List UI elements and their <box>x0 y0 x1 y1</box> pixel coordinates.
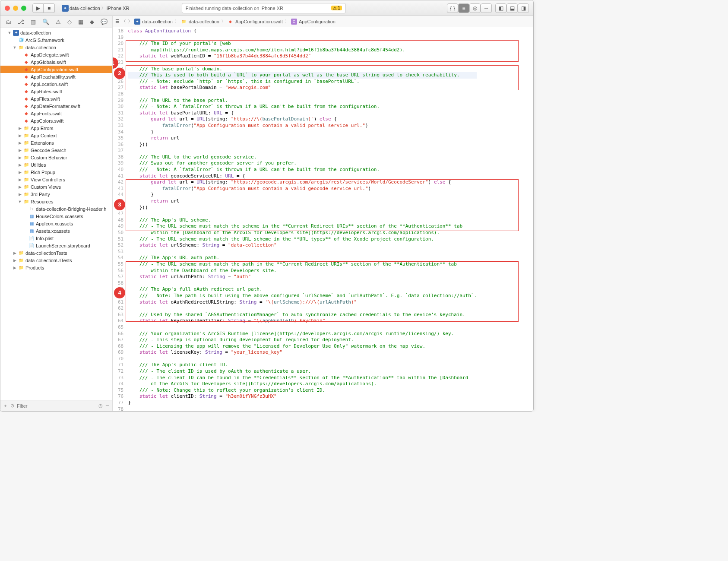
jb-project[interactable]: data-collection <box>142 19 173 24</box>
window-controls <box>5 6 26 11</box>
standard-editor-button[interactable]: ≡ <box>458 3 469 13</box>
xcode-window: ▶ ■ ✦ data-collection 〉 iPhone XR Finish… <box>0 0 534 412</box>
close-icon[interactable] <box>5 6 10 11</box>
symbol-navigator-icon[interactable]: ▥ <box>31 19 36 25</box>
filter-icon: ⊙ <box>10 403 14 409</box>
tree-item[interactable]: ▶📁Geocode Search <box>0 146 112 154</box>
tree-item[interactable]: ▶📁Custom Behavior <box>0 154 112 161</box>
scheme-name: data-collection <box>70 6 100 11</box>
jump-bar[interactable]: ☰ 〈 〉 ✦ data-collection〉 📁 data-collecti… <box>113 16 533 27</box>
assistant-editor-button[interactable]: ◎ <box>469 3 481 13</box>
tree-item[interactable]: ◆AppFiles.swift <box>0 95 112 102</box>
tree-item[interactable]: ▶📁data-collectionTests <box>0 249 112 257</box>
tree-item[interactable]: ▶📁Rich Popup <box>0 168 112 176</box>
zoom-icon[interactable] <box>21 6 26 11</box>
tree-item[interactable]: ▶📁View Controllers <box>0 176 112 183</box>
scheme-selector[interactable]: ✦ data-collection 〉 iPhone XR <box>62 5 130 12</box>
recent-filter-icon[interactable]: ◷ <box>98 403 103 409</box>
tree-item[interactable]: ◆AppDateFormatter.swift <box>0 102 112 110</box>
line-gutter: 1819202122232425262728293031323334353637… <box>113 27 126 411</box>
filter-input[interactable] <box>17 403 96 409</box>
run-button[interactable]: ▶ <box>32 3 44 13</box>
run-stop-group: ▶ ■ <box>32 3 55 13</box>
scm-filter-icon[interactable]: ☰ <box>105 403 110 409</box>
tree-item[interactable]: ◆AppColors.swift <box>0 117 112 124</box>
breakpoint-navigator-icon[interactable]: ◆ <box>90 19 94 25</box>
report-navigator-icon[interactable]: 💬 <box>101 19 108 25</box>
debug-navigator-icon[interactable]: ▦ <box>78 19 83 25</box>
tree-item[interactable]: ◆AppLocation.swift <box>0 80 112 88</box>
tree-item[interactable]: 📄LaunchScreen.storyboard <box>0 242 112 249</box>
tree-item[interactable]: ◆AppDelegate.swift <box>0 51 112 58</box>
minimize-icon[interactable] <box>13 6 18 11</box>
tree-item[interactable]: ▶📁App Context <box>0 132 112 139</box>
tree-item[interactable]: ▶📁Utilities <box>0 161 112 168</box>
issue-navigator-icon[interactable]: ⚠ <box>56 19 61 25</box>
folder-icon: 📁 <box>181 19 187 25</box>
app-icon: ✦ <box>62 5 69 12</box>
tree-item[interactable]: ◆AppFonts.swift <box>0 110 112 117</box>
device-name: iPhone XR <box>107 6 130 11</box>
jb-file[interactable]: AppConfiguration.swift <box>235 19 283 24</box>
tree-item[interactable]: hdata-collection-Bridging-Header.h <box>0 205 112 212</box>
code-review-button[interactable]: { } <box>447 3 458 13</box>
tree-item[interactable]: ◆AppConfiguration.swift <box>0 66 112 73</box>
tree-item[interactable]: 📄Info.plist <box>0 235 112 242</box>
jb-symbol[interactable]: AppConfiguration <box>299 19 336 24</box>
activity-view[interactable]: Finished running data-collection on iPho… <box>182 3 346 13</box>
swift-icon: ◆ <box>228 19 234 25</box>
tree-item[interactable]: ▶📁3rd Party <box>0 190 112 198</box>
annotation-2: 2 <box>114 68 125 79</box>
tree-item[interactable]: ▦HouseColors.xcassets <box>0 212 112 220</box>
add-button[interactable]: ＋ <box>3 403 8 409</box>
toggle-inspector-button[interactable]: ◨ <box>518 3 529 13</box>
forward-button[interactable]: 〉 <box>128 18 133 25</box>
find-navigator-icon[interactable]: 🔍 <box>42 19 49 25</box>
tree-item[interactable]: ▶📁App Errors <box>0 124 112 132</box>
tree-item[interactable]: ▼📁Resources <box>0 198 112 205</box>
version-editor-button[interactable]: ↔ <box>481 3 492 13</box>
navigator-panel: 🗂 ⎇ ▥ 🔍 ⚠ ◇ ▦ ◆ 💬 ▼✦data-collection🧊ArcG… <box>0 16 113 411</box>
tree-item[interactable]: ◆AppRules.swift <box>0 88 112 95</box>
tree-item[interactable]: 🧊ArcGIS.framework <box>0 36 112 44</box>
main-split: 🗂 ⎇ ▥ 🔍 ⚠ ◇ ▦ ◆ 💬 ▼✦data-collection🧊ArcG… <box>0 16 533 411</box>
status-text: Finished running data-collection on iPho… <box>186 6 283 11</box>
navigator-selector: 🗂 ⎇ ▥ 🔍 ⚠ ◇ ▦ ◆ 💬 <box>0 16 112 28</box>
stop-button[interactable]: ■ <box>44 3 55 13</box>
tree-item[interactable]: ◆AppGlobals.swift <box>0 58 112 66</box>
project-tree[interactable]: ▼✦data-collection🧊ArcGIS.framework▼📁data… <box>0 28 112 400</box>
filter-bar: ＋ ⊙ ◷ ☰ <box>0 400 112 411</box>
class-icon: C <box>291 19 297 25</box>
toolbar-right: { } ≡ ◎ ↔ ◧ ⬓ ◨ <box>447 3 529 13</box>
tree-item[interactable]: ▶📁Extensions <box>0 139 112 146</box>
tree-item[interactable]: ▦Assets.xcassets <box>0 227 112 235</box>
titlebar: ▶ ■ ✦ data-collection 〉 iPhone XR Finish… <box>0 0 533 16</box>
tree-item[interactable]: ▶📁data-collectionUITests <box>0 257 112 264</box>
project-navigator-icon[interactable]: 🗂 <box>6 19 11 25</box>
tree-item[interactable]: ▼📁data-collection <box>0 44 112 51</box>
source-control-icon[interactable]: ⎇ <box>18 19 24 25</box>
warning-badge[interactable]: ⚠ 1 <box>331 6 342 10</box>
editor-area: ☰ 〈 〉 ✦ data-collection〉 📁 data-collecti… <box>113 16 533 411</box>
toggle-debug-button[interactable]: ⬓ <box>506 3 518 13</box>
jb-folder[interactable]: data-collection <box>189 19 219 24</box>
annotation-4: 4 <box>114 287 125 298</box>
project-icon: ✦ <box>134 19 140 25</box>
tree-item[interactable]: ▦AppIcon.xcassets <box>0 220 112 227</box>
tree-item[interactable]: ▶📁Custom Views <box>0 183 112 190</box>
code-content[interactable]: class AppConfiguration { /// The ID of y… <box>126 27 478 411</box>
annotation-3: 3 <box>114 199 125 210</box>
tree-item[interactable]: ◆AppReachability.swift <box>0 73 112 80</box>
test-navigator-icon[interactable]: ◇ <box>67 19 72 25</box>
back-button[interactable]: 〈 <box>121 18 126 25</box>
related-items-icon[interactable]: ☰ <box>115 19 120 24</box>
tree-item[interactable]: ▼✦data-collection <box>0 29 112 36</box>
source-editor[interactable]: 1819202122232425262728293031323334353637… <box>113 27 533 411</box>
tree-item[interactable]: ▶📁Products <box>0 264 112 271</box>
toggle-navigator-button[interactable]: ◧ <box>495 3 506 13</box>
